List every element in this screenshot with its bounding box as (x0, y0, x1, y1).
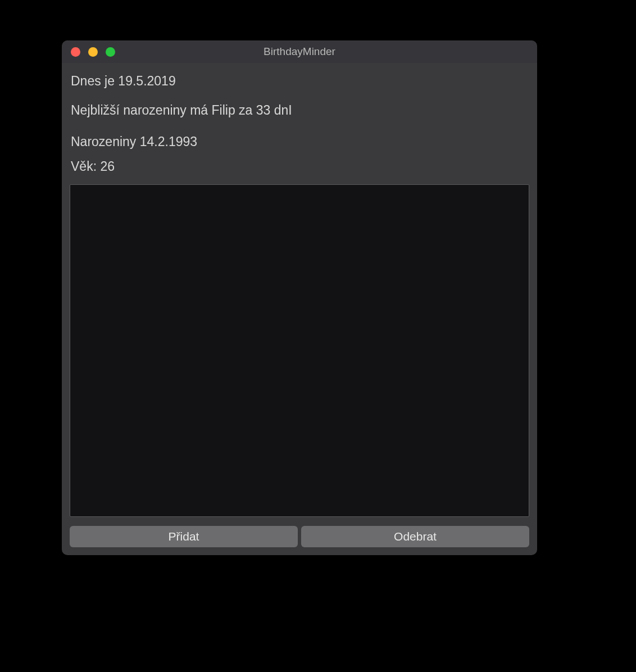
remove-button[interactable]: Odebrat (301, 526, 529, 547)
app-window: BirthdayMinder Dnes je 19.5.2019 Nejbliž… (62, 40, 537, 555)
maximize-icon[interactable] (106, 47, 115, 57)
content-area: Dnes je 19.5.2019 Nejbližší narozeniny m… (62, 63, 537, 555)
close-icon[interactable] (71, 47, 80, 57)
info-block: Dnes je 19.5.2019 Nejbližší narozeniny m… (70, 71, 529, 175)
people-listbox[interactable] (70, 184, 529, 517)
titlebar[interactable]: BirthdayMinder (62, 40, 537, 63)
window-title: BirthdayMinder (62, 46, 537, 58)
birthday-date-label: Narozeniny 14.2.1993 (71, 134, 528, 151)
minimize-icon[interactable] (88, 47, 98, 57)
button-row: Přidat Odebrat (70, 526, 529, 547)
add-button[interactable]: Přidat (70, 526, 298, 547)
today-date-label: Dnes je 19.5.2019 (71, 73, 528, 90)
traffic-lights (71, 47, 115, 57)
age-label: Věk: 26 (71, 158, 528, 175)
nearest-birthday-label: Nejbližší narozeniny má Filip za 33 dnI (71, 102, 528, 119)
